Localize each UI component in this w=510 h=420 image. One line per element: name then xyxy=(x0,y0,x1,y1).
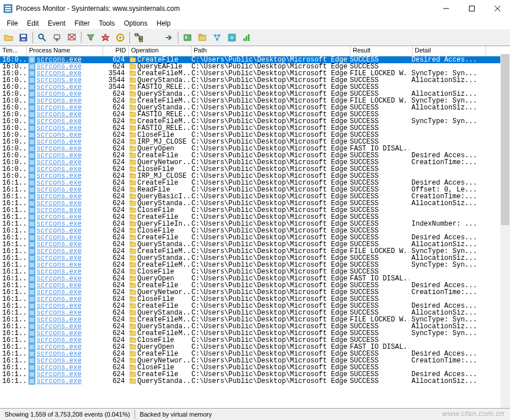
table-row[interactable]: 16:1...scrcons.exe624QueryOpenC:\Users\P… xyxy=(0,275,510,282)
table-row[interactable]: 16:1...scrcons.exe624CloseFileC:\Users\P… xyxy=(0,227,510,234)
event-list[interactable]: 16:0...scrcons.exe624CreateFileC:\Users\… xyxy=(0,56,510,409)
table-row[interactable]: 16:1...scrcons.exe624CreateFileC:\Users\… xyxy=(0,350,510,357)
menu-edit[interactable]: Edit xyxy=(22,18,43,28)
menu-options[interactable]: Options xyxy=(119,18,152,28)
cell-time: 16:1... xyxy=(0,180,26,186)
vertical-scrollbar[interactable] xyxy=(500,54,510,409)
table-row[interactable]: 16:1...scrcons.exe624CreateFileM...C:\Us… xyxy=(0,262,510,268)
table-row[interactable]: 16:0...scrcons.exe3544FASTIO_RELE...C:\U… xyxy=(0,84,510,91)
table-row[interactable]: 16:0...scrcons.exe624QueryStanda...C:\Us… xyxy=(0,104,510,111)
capture-button[interactable] xyxy=(35,31,49,44)
process-tree-button[interactable] xyxy=(132,31,146,44)
show-profiling-button[interactable] xyxy=(240,31,254,44)
table-row[interactable]: 16:1...scrcons.exe624CreateFileC:\Users\… xyxy=(0,371,510,378)
cell-result: SUCCESS xyxy=(348,282,409,289)
svg-rect-135 xyxy=(30,222,34,226)
table-row[interactable]: 16:1...scrcons.exe624QueryNetwor...C:\Us… xyxy=(0,357,510,364)
menu-event[interactable]: Event xyxy=(43,18,70,28)
col-pid[interactable]: PID xyxy=(103,46,129,56)
table-row[interactable]: 16:1...scrcons.exe624QueryStanda...C:\Us… xyxy=(0,378,510,385)
table-row[interactable]: 16:0...scrcons.exe624CreateFileM...C:\Us… xyxy=(0,118,510,125)
table-row[interactable]: 16:0...scrcons.exe624QueryNetwor...C:\Us… xyxy=(0,159,510,166)
table-row[interactable]: 16:1...scrcons.exe624CreateFileC:\Users\… xyxy=(0,303,510,309)
table-row[interactable]: 16:0...scrcons.exe624CreateFileC:\Users\… xyxy=(0,152,510,159)
cell-pid: 624 xyxy=(102,193,127,200)
table-row[interactable]: 16:0...scrcons.exe624CreateFileC:\Users\… xyxy=(0,56,510,63)
table-row[interactable]: 16:0...scrcons.exe624QueryEAFileC:\Users… xyxy=(0,63,510,70)
table-row[interactable]: 16:1...scrcons.exe624CreateFileM...C:\Us… xyxy=(0,316,510,323)
table-row[interactable]: 16:0...scrcons.exe624IRP_MJ_CLOSEC:\User… xyxy=(0,138,510,145)
table-row[interactable]: 16:0...scrcons.exe624CreateFileM...C:\Us… xyxy=(0,97,510,104)
jump-button[interactable] xyxy=(162,31,176,44)
svg-rect-59 xyxy=(30,92,34,96)
minimize-button[interactable] xyxy=(433,1,459,17)
cell-detail xyxy=(409,268,482,275)
table-row[interactable]: 16:1...scrcons.exe624CreateFileC:\Users\… xyxy=(0,282,510,289)
col-process[interactable]: Process Name xyxy=(27,46,103,56)
cell-time: 16:1... xyxy=(0,193,26,200)
clear-button[interactable] xyxy=(65,31,79,44)
table-row[interactable]: 16:0...scrcons.exe624CloseFileC:\Users\P… xyxy=(0,132,510,138)
table-row[interactable]: 16:1...scrcons.exe624CreateFileM...C:\Us… xyxy=(0,248,510,255)
cell-process: scrcons.exe xyxy=(26,118,102,125)
table-row[interactable]: 16:1...scrcons.exe624ReadFileC:\Users\Pu… xyxy=(0,186,510,193)
col-result[interactable]: Result xyxy=(350,46,413,56)
autoscroll-button[interactable] xyxy=(50,31,64,44)
cell-pid: 624 xyxy=(102,234,127,241)
menu-help[interactable]: Help xyxy=(152,18,176,28)
col-operation[interactable]: Operation xyxy=(129,46,191,56)
table-row[interactable]: 16:0...scrcons.exe624QueryOpenC:\Users\P… xyxy=(0,145,510,152)
table-row[interactable]: 16:1...scrcons.exe624CloseFileC:\Users\P… xyxy=(0,268,510,275)
col-time[interactable]: Tim... xyxy=(0,46,27,56)
table-row[interactable]: 16:1...scrcons.exe624QueryNetwor...C:\Us… xyxy=(0,289,510,296)
cell-process: scrcons.exe xyxy=(26,152,102,159)
show-process-button[interactable] xyxy=(225,31,239,44)
menu-tools[interactable]: Tools xyxy=(94,18,119,28)
table-row[interactable]: 16:1...scrcons.exe624CloseFileC:\Users\P… xyxy=(0,364,510,371)
svg-rect-163 xyxy=(30,270,34,274)
svg-rect-61 xyxy=(130,91,132,92)
table-row[interactable]: 16:1...scrcons.exe624CreateFileC:\Users\… xyxy=(0,180,510,186)
table-row[interactable]: 16:0...scrcons.exe624FASTIO_RELE...C:\Us… xyxy=(0,125,510,132)
include-process-button[interactable] xyxy=(113,31,127,44)
table-row[interactable]: 16:1...scrcons.exe624CreateFileM...C:\Us… xyxy=(0,330,510,337)
show-registry-button[interactable] xyxy=(181,31,194,44)
table-row[interactable]: 16:1...scrcons.exe624CreateFileC:\Users\… xyxy=(0,214,510,221)
table-row[interactable]: 16:1...scrcons.exe624QueryStanda...C:\Us… xyxy=(0,309,510,316)
table-row[interactable]: 16:1...scrcons.exe624QueryStanda...C:\Us… xyxy=(0,241,510,248)
highlight-button[interactable] xyxy=(99,31,112,44)
close-button[interactable] xyxy=(484,1,510,17)
table-row[interactable]: 16:1...scrcons.exe624CloseFileC:\Users\P… xyxy=(0,207,510,214)
col-detail[interactable]: Detail xyxy=(413,46,486,56)
maximize-button[interactable] xyxy=(459,1,484,17)
table-row[interactable]: 16:0...scrcons.exe624CloseFileC:\Users\P… xyxy=(0,166,510,173)
cell-pid: 624 xyxy=(102,350,127,357)
svg-rect-71 xyxy=(30,112,34,117)
table-row[interactable]: 16:0...scrcons.exe3544CreateFileM...C:\U… xyxy=(0,70,510,77)
table-row[interactable]: 16:0...scrcons.exe624QueryStanda...C:\Us… xyxy=(0,91,510,97)
open-button[interactable] xyxy=(2,31,15,44)
show-filesystem-button[interactable] xyxy=(195,31,209,44)
table-row[interactable]: 16:1...scrcons.exe624CreateFileC:\Users\… xyxy=(0,234,510,241)
table-row[interactable]: 16:1...scrcons.exe624QueryStanda...C:\Us… xyxy=(0,255,510,262)
table-row[interactable]: 16:0...scrcons.exe624FASTIO_RELE...C:\Us… xyxy=(0,111,510,118)
table-row[interactable]: 16:1...scrcons.exe624CloseFileC:\Users\P… xyxy=(0,337,510,344)
table-row[interactable]: 16:1...scrcons.exe624QueryFileIn...C:\Us… xyxy=(0,221,510,227)
cell-detail: AllocationSiz... xyxy=(409,91,482,97)
save-button[interactable] xyxy=(17,31,30,44)
cell-path: C:\Users\Public\Desktop\Microsoft Edge.l… xyxy=(189,70,348,77)
find-button[interactable] xyxy=(147,31,161,44)
cell-process: scrcons.exe xyxy=(26,241,102,248)
filter-button[interactable] xyxy=(84,31,97,44)
col-path[interactable]: Path xyxy=(191,46,350,56)
table-row[interactable]: 16:0...scrcons.exe624IRP_MJ_CLOSEC:\User… xyxy=(0,173,510,180)
table-row[interactable]: 16:1...scrcons.exe624QueryOpenC:\Users\P… xyxy=(0,344,510,350)
menu-file[interactable]: File xyxy=(2,18,22,28)
table-row[interactable]: 16:1...scrcons.exe624CloseFileC:\Users\P… xyxy=(0,296,510,303)
show-network-button[interactable] xyxy=(210,31,224,44)
table-row[interactable]: 16:1...scrcons.exe624QueryBasicI...C:\Us… xyxy=(0,193,510,200)
table-row[interactable]: 16:1...scrcons.exe624QueryStanda...C:\Us… xyxy=(0,323,510,330)
menu-filter[interactable]: Filter xyxy=(70,18,95,28)
table-row[interactable]: 16:0...scrcons.exe3544QueryStanda...C:\U… xyxy=(0,77,510,84)
table-row[interactable]: 16:1...scrcons.exe624QueryStanda...C:\Us… xyxy=(0,200,510,207)
